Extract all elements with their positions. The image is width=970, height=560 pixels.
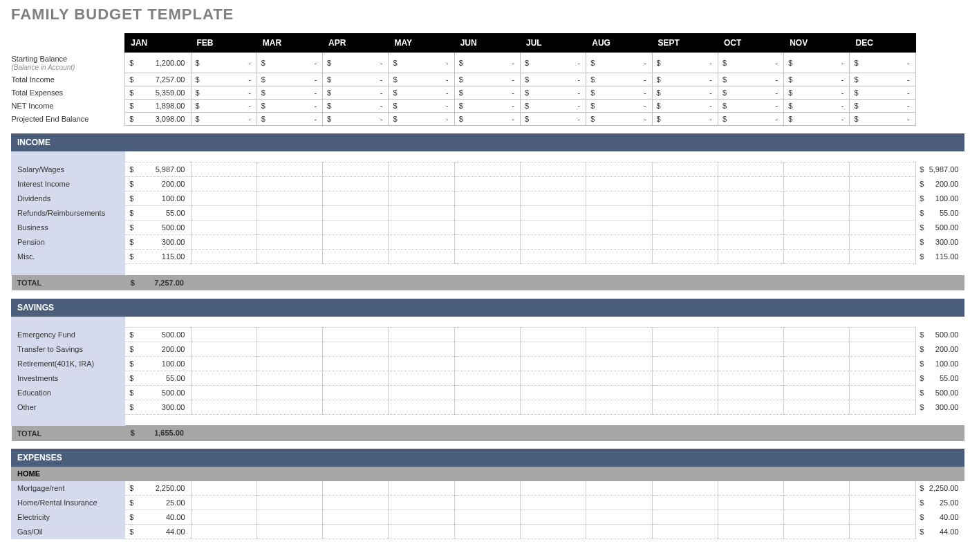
cell[interactable]	[257, 206, 322, 221]
cell[interactable]: $-	[323, 86, 389, 100]
cell[interactable]	[718, 400, 783, 414]
cell[interactable]: $-	[784, 53, 850, 73]
cell[interactable]	[323, 385, 389, 400]
cell[interactable]	[652, 206, 718, 221]
cell[interactable]: $-	[718, 86, 783, 100]
cell[interactable]	[520, 221, 586, 235]
cell[interactable]	[850, 221, 915, 235]
cell[interactable]	[850, 250, 915, 264]
cell[interactable]: $-	[454, 86, 520, 100]
cell[interactable]	[520, 356, 586, 371]
cell[interactable]	[323, 177, 389, 192]
cell[interactable]	[323, 481, 389, 496]
cell[interactable]	[784, 177, 850, 192]
cell[interactable]	[191, 342, 257, 356]
cell[interactable]	[850, 510, 915, 525]
cell[interactable]: $55.00	[125, 371, 191, 385]
cell[interactable]	[191, 510, 257, 525]
cell[interactable]	[586, 400, 652, 414]
cell[interactable]	[389, 221, 454, 235]
cell[interactable]: $-	[389, 113, 454, 126]
cell[interactable]	[784, 356, 850, 371]
cell[interactable]: $-	[389, 100, 454, 113]
cell[interactable]: $-	[850, 100, 915, 113]
cell[interactable]	[652, 400, 718, 414]
cell[interactable]: $-	[586, 73, 652, 86]
cell[interactable]	[586, 371, 652, 385]
cell[interactable]	[784, 371, 850, 385]
cell[interactable]	[850, 371, 915, 385]
cell[interactable]	[257, 221, 322, 235]
cell[interactable]	[191, 385, 257, 400]
cell[interactable]	[191, 356, 257, 371]
cell[interactable]	[389, 206, 454, 221]
cell[interactable]: $5,987.00	[125, 162, 191, 177]
cell[interactable]: $-	[586, 53, 652, 73]
cell[interactable]	[784, 510, 850, 525]
cell[interactable]	[520, 371, 586, 385]
cell[interactable]	[191, 162, 257, 177]
cell[interactable]: $5,359.00	[125, 86, 191, 100]
cell[interactable]	[586, 496, 652, 510]
cell[interactable]	[652, 221, 718, 235]
cell[interactable]	[586, 510, 652, 525]
cell[interactable]: $-	[323, 73, 389, 86]
cell[interactable]	[586, 206, 652, 221]
cell[interactable]	[784, 400, 850, 414]
cell[interactable]: $-	[257, 73, 322, 86]
cell[interactable]: $-	[850, 86, 915, 100]
cell[interactable]	[718, 162, 783, 177]
cell[interactable]: $-	[586, 100, 652, 113]
cell[interactable]: $-	[850, 53, 915, 73]
cell[interactable]	[323, 510, 389, 525]
cell[interactable]	[454, 385, 520, 400]
cell[interactable]	[257, 510, 322, 525]
cell[interactable]	[257, 177, 322, 192]
cell[interactable]	[454, 481, 520, 496]
cell[interactable]	[257, 356, 322, 371]
cell[interactable]	[323, 192, 389, 206]
cell[interactable]	[586, 235, 652, 250]
cell[interactable]	[586, 385, 652, 400]
cell[interactable]	[850, 496, 915, 510]
cell[interactable]	[718, 235, 783, 250]
cell[interactable]	[389, 385, 454, 400]
cell[interactable]: $-	[323, 113, 389, 126]
cell[interactable]	[850, 192, 915, 206]
cell[interactable]	[784, 221, 850, 235]
cell[interactable]	[454, 342, 520, 356]
cell[interactable]: $-	[257, 53, 322, 73]
cell[interactable]	[784, 496, 850, 510]
cell[interactable]	[850, 525, 915, 539]
cell[interactable]: $-	[652, 113, 718, 126]
cell[interactable]: $2,250.00	[125, 481, 191, 496]
cell[interactable]	[454, 192, 520, 206]
cell[interactable]	[191, 250, 257, 264]
cell[interactable]: $1,898.00	[125, 100, 191, 113]
cell[interactable]	[454, 356, 520, 371]
cell[interactable]: $3,098.00	[125, 113, 191, 126]
cell[interactable]	[586, 192, 652, 206]
cell[interactable]	[520, 342, 586, 356]
cell[interactable]	[389, 235, 454, 250]
cell[interactable]	[520, 177, 586, 192]
cell[interactable]	[850, 356, 915, 371]
cell[interactable]: $55.00	[125, 206, 191, 221]
cell[interactable]	[586, 221, 652, 235]
cell[interactable]	[191, 400, 257, 414]
cell[interactable]	[257, 250, 322, 264]
cell[interactable]: $-	[323, 53, 389, 73]
cell[interactable]: $500.00	[125, 327, 191, 342]
cell[interactable]	[520, 525, 586, 539]
cell[interactable]: $-	[850, 73, 915, 86]
cell[interactable]	[389, 192, 454, 206]
cell[interactable]	[257, 525, 322, 539]
cell[interactable]	[586, 327, 652, 342]
cell[interactable]: $-	[191, 86, 257, 100]
cell[interactable]	[850, 235, 915, 250]
cell[interactable]	[652, 192, 718, 206]
cell[interactable]	[389, 177, 454, 192]
cell[interactable]	[323, 496, 389, 510]
cell[interactable]	[850, 400, 915, 414]
cell[interactable]: $200.00	[125, 342, 191, 356]
